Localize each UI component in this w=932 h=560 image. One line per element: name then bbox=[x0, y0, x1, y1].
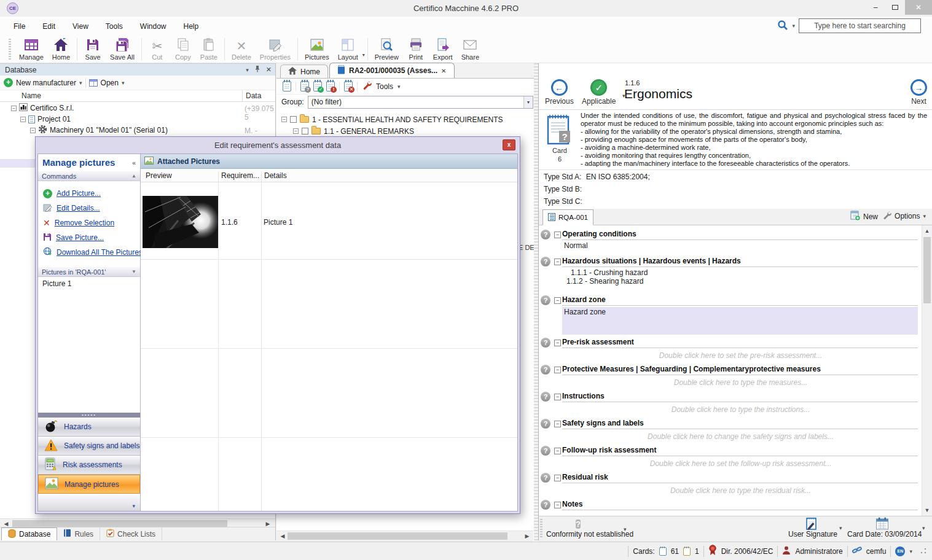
hazard-item[interactable]: 1.1.2 - Shearing hazard bbox=[562, 277, 919, 286]
collapse-icon[interactable]: − bbox=[293, 128, 299, 134]
column-divider[interactable] bbox=[261, 171, 262, 182]
nav-hazards[interactable]: Hazards bbox=[38, 418, 140, 437]
column-name[interactable]: Name bbox=[22, 91, 41, 100]
help-icon[interactable]: ? bbox=[541, 446, 550, 456]
collapse-icon[interactable]: − bbox=[554, 421, 561, 427]
global-search-input[interactable] bbox=[799, 18, 921, 33]
chevron-up-icon[interactable]: ▲ bbox=[131, 173, 136, 179]
new-manufacturer-caret-icon[interactable]: ▾ bbox=[79, 80, 82, 86]
layout-caret-icon[interactable]: ▾ bbox=[362, 52, 365, 63]
collapse-icon[interactable]: − bbox=[554, 297, 561, 304]
card-remove-icon[interactable]: ✕ bbox=[344, 81, 353, 91]
toolbar-grip[interactable] bbox=[9, 39, 11, 60]
nav-manage-pictures[interactable]: Manage pictures bbox=[38, 475, 140, 494]
print-button[interactable]: Print bbox=[403, 36, 429, 62]
nav-safety-signs[interactable]: Safety signs and labels bbox=[38, 437, 140, 456]
section-protective-measures[interactable]: ? − Protective Measures | Safeguarding |… bbox=[540, 365, 919, 392]
section-placeholder[interactable]: Double click here to set the pre-risk as… bbox=[562, 349, 919, 360]
card-plain-icon[interactable] bbox=[283, 81, 291, 91]
panel-close-icon[interactable]: ✕ bbox=[266, 66, 272, 74]
options-caret-icon[interactable]: ▾ bbox=[923, 213, 926, 219]
collapse-icon[interactable]: − bbox=[554, 394, 561, 400]
help-icon[interactable]: ? bbox=[541, 500, 550, 510]
dialog-close-button[interactable]: x bbox=[503, 139, 515, 150]
save-picture-command[interactable]: Save Picture... bbox=[43, 230, 140, 245]
minimize-button[interactable]: – bbox=[866, 0, 885, 15]
scroll-thumb[interactable] bbox=[923, 237, 931, 303]
scroll-left-icon[interactable]: ◀ bbox=[278, 532, 288, 540]
section-pre-risk[interactable]: ? − Pre-risk assessment Double click her… bbox=[540, 338, 919, 365]
section-hazardous-situations[interactable]: ? − Hazardous situations | Hazardous eve… bbox=[540, 257, 919, 295]
collapse-icon[interactable]: − bbox=[554, 502, 561, 508]
tab-rqa-001[interactable]: RQA-001 bbox=[542, 209, 593, 225]
profile-label[interactable]: cemfu bbox=[866, 547, 887, 556]
language-caret-icon[interactable]: ▾ bbox=[909, 548, 912, 554]
conformity-caret-icon[interactable]: ▾ bbox=[624, 526, 627, 532]
cell-details[interactable]: Picture 1 bbox=[264, 218, 292, 227]
options-button[interactable]: Options ▾ bbox=[882, 211, 926, 222]
hazard-zone-selected-value[interactable]: Hazard zone bbox=[562, 307, 918, 335]
tab-assessment[interactable]: RA2-001/000035 (Asses... ✕ bbox=[329, 63, 454, 78]
rqa-vscrollbar[interactable]: ▲ ▼ bbox=[922, 225, 932, 516]
section-instructions[interactable]: ? − Instructions Double click here to ty… bbox=[540, 392, 919, 419]
new-manufacturer-button[interactable]: New manufacturer bbox=[16, 79, 76, 87]
scroll-down-icon[interactable]: ▼ bbox=[922, 506, 932, 515]
language-icon[interactable]: EN bbox=[895, 546, 905, 556]
section-placeholder[interactable]: Double click here to set the follow-up r… bbox=[562, 457, 919, 468]
picture-list-item[interactable]: Picture 1 bbox=[38, 277, 140, 290]
new-button[interactable]: New bbox=[850, 211, 878, 222]
help-icon[interactable]: ? bbox=[541, 257, 550, 266]
previous-button[interactable]: ← Previous bbox=[545, 79, 574, 106]
add-picture-command[interactable]: + Add Picture... bbox=[43, 186, 140, 201]
collapse-icon[interactable]: − bbox=[281, 117, 287, 122]
tab-rules[interactable]: Rules bbox=[57, 527, 100, 540]
chevron-down-icon[interactable]: ▾ bbox=[132, 503, 135, 509]
collapse-icon[interactable]: − bbox=[554, 367, 561, 373]
user-signature-button[interactable]: User Signature bbox=[788, 530, 837, 539]
download-all-pictures-command[interactable]: Download All The Pictures bbox=[43, 245, 140, 260]
tools-button[interactable]: Tools bbox=[376, 82, 393, 91]
save-all-button[interactable]: Save All bbox=[106, 36, 139, 62]
panel-menu-caret-icon[interactable]: ▾ bbox=[246, 67, 249, 73]
scroll-thumb[interactable] bbox=[288, 532, 507, 540]
requirement-tree-child[interactable]: − 1.1 - GENERAL REMARKS bbox=[281, 125, 538, 137]
help-icon[interactable]: ? bbox=[541, 338, 550, 348]
section-hazard-zone[interactable]: ? − Hazard zone Hazard zone bbox=[540, 295, 919, 338]
menu-help[interactable]: Help bbox=[184, 22, 199, 31]
home-button[interactable]: Home bbox=[48, 36, 74, 62]
pictures-button[interactable]: Pictures bbox=[300, 36, 334, 62]
menu-edit[interactable]: Edit bbox=[42, 22, 55, 31]
help-icon[interactable]: ? bbox=[541, 295, 550, 305]
section-placeholder[interactable]: Double click here to type the measures..… bbox=[562, 376, 919, 387]
card-applicable-icon[interactable]: ✓ bbox=[313, 81, 322, 91]
pin-icon[interactable] bbox=[254, 65, 260, 74]
section-operating-conditions[interactable]: ? − Operating conditions Normal bbox=[540, 230, 919, 257]
search-icon[interactable] bbox=[777, 20, 788, 33]
column-divider[interactable] bbox=[242, 90, 243, 101]
commands-group-header[interactable]: Commands ▲ bbox=[38, 171, 140, 181]
manage-button[interactable]: Manage bbox=[15, 36, 48, 62]
collapse-icon[interactable]: − bbox=[554, 231, 561, 238]
checkbox[interactable] bbox=[290, 116, 297, 123]
directive-label[interactable]: Dir. 2006/42/EC bbox=[721, 547, 773, 556]
group-filter-combobox[interactable]: (No filter) ▾ bbox=[308, 96, 533, 109]
card-date-caret-icon[interactable]: ▾ bbox=[922, 525, 925, 531]
menu-view[interactable]: View bbox=[72, 22, 88, 31]
tab-database[interactable]: Database bbox=[1, 527, 57, 540]
properties-button[interactable]: Properties bbox=[256, 36, 295, 62]
next-button[interactable]: → Next bbox=[910, 79, 927, 106]
picture-preview-thumbnail[interactable] bbox=[143, 196, 218, 250]
column-requirement[interactable]: Requirem... bbox=[221, 171, 259, 180]
sidebar-overflow-strip[interactable]: ▾ bbox=[38, 494, 140, 511]
scroll-up-icon[interactable]: ▲ bbox=[922, 227, 932, 235]
tree-row-manufacturer[interactable]: − Certifico S.r.l. bbox=[11, 103, 74, 114]
column-data[interactable]: Data bbox=[246, 91, 261, 100]
collapse-sidebar-icon[interactable]: « bbox=[132, 159, 136, 166]
paste-button[interactable]: Paste bbox=[196, 36, 222, 62]
remove-selection-command[interactable]: ✕ Remove Selection bbox=[43, 216, 140, 230]
collapse-icon[interactable]: − bbox=[11, 106, 17, 111]
pictures-group-header[interactable]: Pictures in 'RQA-001' ▼ bbox=[38, 266, 140, 277]
preview-button[interactable]: Preview bbox=[370, 36, 403, 62]
copy-button[interactable]: Copy bbox=[170, 36, 196, 62]
scroll-right-icon[interactable]: ▶ bbox=[522, 532, 532, 540]
